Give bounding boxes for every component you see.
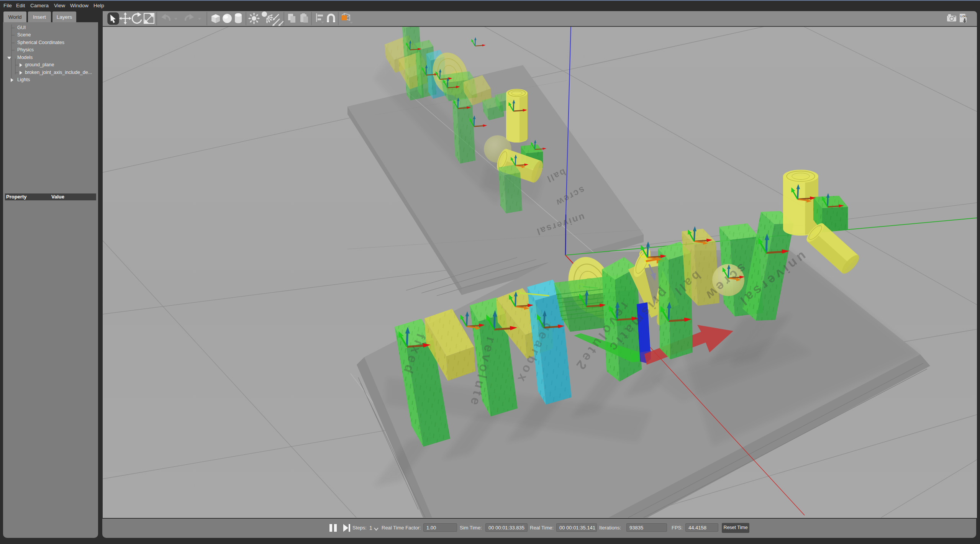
svg-text:LOG: LOG (960, 15, 967, 18)
